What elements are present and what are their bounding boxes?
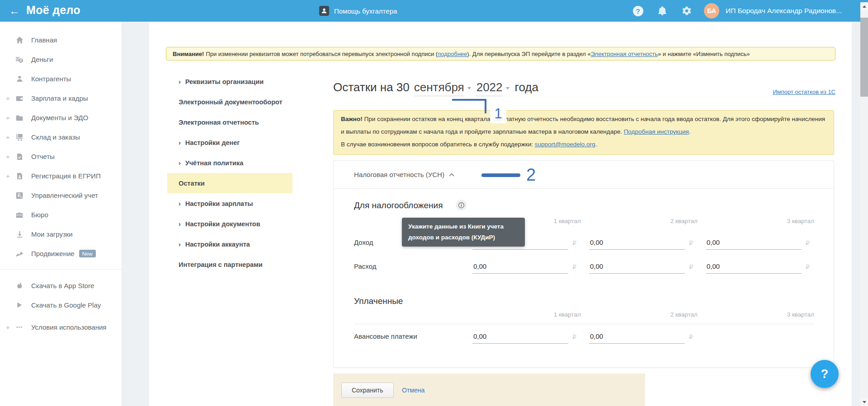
cancel-link[interactable]: Отмена bbox=[402, 387, 425, 394]
scroll-up-button[interactable] bbox=[860, 2, 868, 10]
chevron-right-icon: › bbox=[179, 200, 181, 207]
scroll-down-button[interactable] bbox=[860, 398, 868, 406]
help-icon[interactable]: ? bbox=[632, 5, 643, 16]
sidebar-item-warehouse[interactable]: + Склад и заказы bbox=[0, 127, 122, 147]
sidebar-item-home[interactable]: Главная bbox=[0, 30, 122, 50]
app-logo[interactable]: Моё дело bbox=[26, 4, 80, 17]
settings-nav-item-balances[interactable]: Остатки bbox=[167, 173, 292, 193]
section-title-taxation: Для налогообложения bbox=[354, 201, 443, 210]
sidebar-item-bureau[interactable]: Бюро bbox=[0, 205, 122, 224]
info-icon[interactable] bbox=[456, 200, 467, 210]
form-footer: Сохранить Отмена bbox=[333, 373, 645, 406]
sidebar-item-money[interactable]: ₽ Деньги bbox=[0, 50, 122, 69]
accountant-help-label: Помощь бухгалтера bbox=[334, 7, 397, 15]
sidebar-item-reports[interactable]: + Отчеты bbox=[0, 147, 122, 166]
google-play-icon bbox=[15, 302, 24, 308]
vertical-scrollbar[interactable] bbox=[860, 2, 868, 406]
income-q3-input[interactable] bbox=[706, 238, 802, 250]
expense-q3-input[interactable] bbox=[706, 261, 802, 274]
settings-nav-item-partner-integration[interactable]: Интеграция с партнерами bbox=[167, 254, 292, 275]
expense-q2-input[interactable] bbox=[589, 261, 685, 274]
expand-plus-icon[interactable]: + bbox=[6, 114, 10, 121]
topbar-right: ? БА ИП Бородач Александр Радионов... bbox=[619, 0, 842, 22]
annotation-1-number: 1 bbox=[490, 104, 506, 123]
sidebar-item-contractors[interactable]: Контрагенты bbox=[0, 69, 122, 89]
title-suffix: года bbox=[515, 80, 538, 94]
sidebar-divider bbox=[0, 269, 122, 270]
chevron-down-icon[interactable] bbox=[467, 87, 471, 91]
support-email-link[interactable]: support@moedelo.org bbox=[535, 141, 595, 148]
sidebar-item-my-downloads[interactable]: Мои загрузки bbox=[0, 224, 122, 244]
settings-nav-item-account-settings[interactable]: › Настройки аккаунта bbox=[167, 234, 292, 254]
chevron-down-icon[interactable] bbox=[506, 87, 509, 91]
sidebar-item-terms-of-use[interactable]: + ••• Условия использования bbox=[0, 315, 113, 339]
chevron-right-icon: › bbox=[179, 220, 181, 228]
back-arrow-icon[interactable]: ← bbox=[9, 5, 20, 17]
reports-icon bbox=[15, 153, 24, 160]
settings-nav: › Реквизиты организации Электронный доку… bbox=[167, 71, 292, 275]
chevron-right-icon: › bbox=[179, 139, 181, 146]
svg-text:₽: ₽ bbox=[18, 193, 21, 198]
settings-nav-item-requisites[interactable]: › Реквизиты организации bbox=[167, 71, 292, 92]
month-dropdown[interactable]: сентября bbox=[414, 80, 464, 96]
chevron-up-icon bbox=[449, 173, 454, 178]
sidebar-item-salary[interactable]: + Зарплата и кадры bbox=[0, 89, 122, 108]
section-title-paid: Уплаченные bbox=[354, 296, 403, 306]
warning-banner: Внимание! При изменении реквизитов может… bbox=[166, 47, 835, 61]
expand-plus-icon[interactable]: + bbox=[6, 172, 10, 180]
expand-plus-icon[interactable]: + bbox=[6, 153, 10, 160]
quarter-headers-paid: 1 квартал 2 квартал 3 квартал bbox=[354, 311, 814, 318]
topbar: ← Моё дело Помощь бухгалтера ? БА ИП Бор… bbox=[0, 0, 868, 22]
year-dropdown[interactable]: 2022 bbox=[476, 80, 503, 96]
detailed-instruction-link[interactable]: Подробная инструкция bbox=[624, 128, 689, 135]
sidebar-item-google-play[interactable]: Скачать в Google Play bbox=[0, 295, 122, 315]
home-icon bbox=[15, 36, 24, 44]
sidebar-item-promotion[interactable]: Продвижение New bbox=[0, 244, 122, 263]
tax-reporting-card: Налоговая отчетность (УСН) Для налогообл… bbox=[333, 160, 834, 368]
income-q2-input[interactable] bbox=[589, 238, 685, 250]
chevron-right-icon: › bbox=[179, 78, 181, 85]
content-panel: Внимание! При изменении реквизитов может… bbox=[149, 22, 852, 406]
advance-q1-input[interactable] bbox=[472, 331, 568, 344]
contacts-icon bbox=[15, 75, 24, 83]
management-icon: ₽ bbox=[15, 191, 24, 200]
expand-plus-icon[interactable]: + bbox=[6, 133, 10, 141]
settings-nav-item-money-settings[interactable]: › Настройки денег bbox=[167, 132, 292, 153]
import-from-1c-link[interactable]: Импорт остатков из 1С bbox=[773, 89, 835, 95]
accountant-help-button[interactable]: Помощь бухгалтера bbox=[319, 0, 397, 22]
sidebar-item-egrip-registration[interactable]: + Регистрация в ЕГРИП bbox=[0, 166, 122, 186]
chevron-right-icon: › bbox=[179, 159, 181, 167]
svg-text:₽: ₽ bbox=[19, 58, 22, 63]
notifications-bell-icon[interactable] bbox=[657, 5, 668, 16]
kudir-tooltip: Укажите данные из Книги учета доходов и … bbox=[402, 218, 525, 247]
advance-q2-input[interactable] bbox=[589, 331, 685, 344]
support-chat-button[interactable]: ? bbox=[811, 360, 839, 388]
chevron-right-icon: › bbox=[179, 241, 181, 248]
more-details-link[interactable]: подробнее bbox=[438, 51, 467, 57]
accountant-help-icon bbox=[319, 6, 329, 16]
sidebar-item-app-store[interactable]: Скачать в App Store bbox=[0, 276, 122, 295]
advance-payments-row: Авансовые платежи ₽ ₽ bbox=[354, 331, 814, 344]
user-name[interactable]: ИП Бородач Александр Радионов... bbox=[726, 7, 842, 15]
scrollbar-thumb[interactable] bbox=[860, 18, 868, 97]
settings-nav-item-documents-settings[interactable]: › Настройки документов bbox=[167, 214, 292, 234]
expand-plus-icon[interactable]: + bbox=[6, 323, 10, 331]
sidebar-item-documents[interactable]: + Документы и ЭДО bbox=[0, 108, 122, 127]
card-header-toggle[interactable]: Налоговая отчетность (УСН) bbox=[334, 161, 834, 189]
sidebar-item-management-accounting[interactable]: ₽ Управленческий учет bbox=[0, 186, 122, 205]
save-button[interactable]: Сохранить bbox=[341, 383, 394, 398]
expand-plus-icon[interactable]: + bbox=[6, 94, 10, 102]
settings-gear-icon[interactable] bbox=[681, 5, 692, 16]
card-divider bbox=[354, 324, 814, 324]
user-avatar[interactable]: БА bbox=[704, 3, 719, 19]
settings-nav-item-salary-settings[interactable]: › Настройки зарплаты bbox=[167, 193, 292, 214]
salary-icon bbox=[15, 94, 24, 103]
promotion-icon bbox=[15, 250, 24, 258]
title-prefix: Остатки на 30 bbox=[333, 80, 410, 94]
apple-icon bbox=[15, 282, 24, 289]
settings-nav-item-edo[interactable]: Электронный документооборот bbox=[167, 92, 292, 112]
settings-nav-item-electronic-reporting[interactable]: Электронная отчетность bbox=[167, 112, 292, 132]
settings-nav-item-accounting-policy[interactable]: › Учётная политика bbox=[167, 153, 292, 173]
electronic-reporting-link[interactable]: Электронная отчетность bbox=[591, 51, 658, 57]
expense-q1-input[interactable] bbox=[472, 261, 568, 274]
